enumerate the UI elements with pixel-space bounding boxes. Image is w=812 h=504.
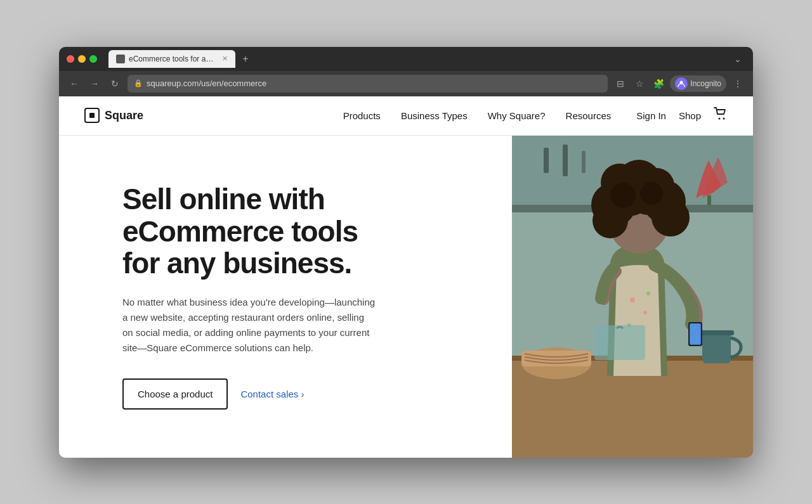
forward-button[interactable]: → bbox=[87, 76, 102, 91]
svg-point-32 bbox=[593, 203, 628, 238]
window-more-icon[interactable]: ⌄ bbox=[730, 51, 745, 67]
refresh-button[interactable]: ↻ bbox=[107, 76, 122, 91]
hero-illustration bbox=[512, 136, 753, 458]
fullscreen-button[interactable] bbox=[89, 55, 97, 63]
logo-text: Square bbox=[105, 109, 143, 122]
hero-content: Sell online with eCommerce tools for any… bbox=[122, 136, 376, 458]
svg-point-18 bbox=[630, 297, 635, 302]
nav-links: Products Business Types Why Square? Reso… bbox=[343, 110, 612, 121]
back-button[interactable]: ← bbox=[67, 76, 82, 91]
browser-window: eCommerce tools for any busi... ✕ + ⌄ ← … bbox=[59, 47, 753, 458]
tab-bar: eCommerce tools for any busi... ✕ + bbox=[108, 50, 725, 68]
hero-title: Sell online with eCommerce tools for any… bbox=[122, 183, 376, 280]
active-tab[interactable]: eCommerce tools for any busi... ✕ bbox=[108, 50, 235, 68]
svg-rect-24 bbox=[690, 324, 700, 344]
minimize-button[interactable] bbox=[78, 55, 86, 63]
svg-rect-6 bbox=[544, 148, 549, 173]
contact-sales-link[interactable]: Contact sales › bbox=[240, 389, 304, 399]
nav-link-why-square[interactable]: Why Square? bbox=[488, 110, 546, 121]
site-navigation: Square Products Business Types Why Squar… bbox=[59, 96, 753, 136]
website-content: Square Products Business Types Why Squar… bbox=[59, 96, 753, 458]
nav-link-resources[interactable]: Resources bbox=[566, 110, 612, 121]
tab-close-icon[interactable]: ✕ bbox=[222, 55, 228, 63]
browser-titlebar: eCommerce tools for any busi... ✕ + ⌄ bbox=[59, 47, 753, 71]
svg-rect-17 bbox=[699, 330, 734, 335]
svg-point-36 bbox=[610, 183, 636, 208]
sign-in-button[interactable]: Sign In bbox=[636, 110, 666, 121]
svg-rect-16 bbox=[702, 332, 731, 363]
address-bar[interactable]: 🔒 squareup.com/us/en/ecommerce bbox=[128, 75, 608, 93]
toolbar-right: ⊟ ☆ 🧩 Incognito ⋮ bbox=[613, 75, 745, 92]
nav-link-products[interactable]: Products bbox=[343, 110, 381, 121]
svg-rect-7 bbox=[563, 145, 568, 176]
browser-toolbar: ← → ↻ 🔒 squareup.com/us/en/ecommerce ⊟ ☆… bbox=[59, 71, 753, 96]
nav-link-business-types[interactable]: Business Types bbox=[401, 110, 468, 121]
tab-label: eCommerce tools for any busi... bbox=[129, 55, 216, 63]
extensions-icon[interactable]: 🧩 bbox=[651, 76, 666, 91]
hero-section: Sell online with eCommerce tools for any… bbox=[59, 136, 753, 458]
close-button[interactable] bbox=[67, 55, 74, 63]
svg-point-1 bbox=[719, 117, 721, 119]
cast-icon[interactable]: ⊟ bbox=[613, 76, 628, 91]
svg-point-37 bbox=[640, 182, 663, 205]
url-text: squareup.com/us/en/ecommerce bbox=[147, 79, 266, 88]
nav-right: Sign In Shop bbox=[636, 107, 728, 124]
svg-point-2 bbox=[723, 117, 725, 119]
svg-point-21 bbox=[646, 292, 650, 295]
traffic-lights bbox=[67, 55, 97, 63]
logo[interactable]: Square bbox=[84, 108, 143, 123]
avatar bbox=[675, 77, 688, 90]
svg-point-19 bbox=[643, 311, 647, 314]
hero-description: No matter what business idea you're deve… bbox=[122, 295, 376, 356]
hero-buttons: Choose a product Contact sales › bbox=[122, 378, 376, 410]
profile-button[interactable]: Incognito bbox=[670, 75, 726, 92]
svg-point-31 bbox=[652, 198, 690, 236]
logo-inner-square bbox=[89, 113, 95, 118]
more-menu-icon[interactable]: ⋮ bbox=[730, 76, 745, 91]
tab-favicon bbox=[116, 55, 125, 63]
cart-icon[interactable] bbox=[714, 107, 728, 124]
svg-rect-11 bbox=[707, 195, 711, 205]
shop-button[interactable]: Shop bbox=[679, 110, 701, 121]
bookmark-icon[interactable]: ☆ bbox=[632, 76, 647, 91]
profile-name: Incognito bbox=[690, 79, 721, 88]
logo-icon bbox=[84, 108, 100, 123]
new-tab-button[interactable]: + bbox=[238, 51, 253, 67]
hero-image bbox=[512, 136, 753, 458]
choose-product-button[interactable]: Choose a product bbox=[122, 378, 228, 410]
lock-icon: 🔒 bbox=[134, 79, 143, 87]
svg-rect-8 bbox=[582, 151, 586, 173]
svg-rect-38 bbox=[594, 325, 645, 360]
